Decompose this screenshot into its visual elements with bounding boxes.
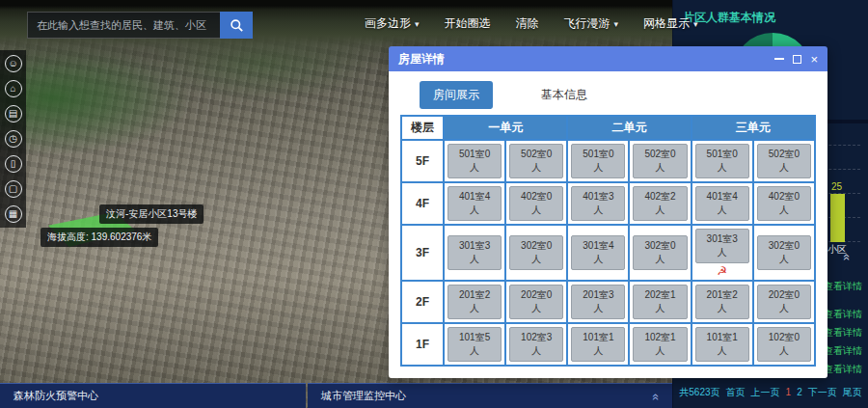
room-button[interactable]: 301室4人	[571, 235, 625, 270]
table-row: 2F201室2人202室0人201室3人202室1人201室2人202室0人	[401, 281, 815, 323]
room-cell: 202室0人	[505, 281, 567, 323]
bottom-bar-city-monitor-center[interactable]: 城市管理监控中心 «	[308, 383, 672, 408]
floor-column-header: 楼层	[401, 116, 444, 140]
room-button[interactable]: 102室1人	[633, 327, 687, 362]
room-button[interactable]: 501室0人	[448, 144, 502, 178]
room-cell: 501室0人	[692, 140, 753, 182]
left-toolbar: ☺⌂▤◷▯▢▦	[0, 50, 26, 228]
room-button[interactable]: 302室0人	[633, 235, 687, 270]
bottom-bar-forest-fire-center[interactable]: 森林防火预警中心	[0, 383, 306, 408]
room-cell: 401室3人	[567, 182, 629, 225]
room-button[interactable]: 502室0人	[509, 144, 563, 178]
room-button[interactable]: 401室3人	[571, 186, 625, 221]
floor-label: 5F	[401, 140, 444, 182]
view-details-link[interactable]: 查看详情	[824, 308, 862, 321]
toolbar-item[interactable]: 网格显示▾	[643, 15, 698, 32]
bottom-bar-label: 森林防火预警中心	[14, 389, 98, 403]
room-button[interactable]: 502室0人	[633, 144, 687, 178]
room-cell: 401室4人	[444, 182, 505, 225]
document-icon[interactable]: ▯	[5, 155, 22, 173]
room-cell: 402室2人	[629, 182, 691, 225]
room-button[interactable]: 301室3人	[448, 235, 502, 270]
grid-icon[interactable]: ▦	[5, 205, 22, 223]
compass-icon[interactable]: ◷	[5, 130, 22, 148]
room-button[interactable]: 302室0人	[509, 235, 563, 270]
room-button[interactable]: 102室3人	[509, 327, 563, 362]
house-detail-modal: 房屋详情 × 房间展示基本信息 楼层一单元二单元三单元5F501室0人502室0…	[389, 46, 827, 378]
pagination-page-1[interactable]: 1	[786, 387, 792, 397]
toolbar-item[interactable]: 画多边形▾	[365, 15, 420, 32]
layers-icon[interactable]: ▤	[5, 105, 22, 122]
toolbar-item-label: 网格显示	[643, 15, 690, 32]
view-details-link[interactable]: 查看详情	[824, 280, 862, 293]
room-button[interactable]: 201室2人	[695, 285, 749, 319]
room-cell: 101室5人	[444, 323, 505, 366]
room-button[interactable]: 101室5人	[448, 327, 502, 362]
room-button[interactable]: 302室0人	[757, 235, 811, 270]
room-cell: 402室0人	[753, 182, 815, 225]
pagination-last[interactable]: 尾页	[843, 387, 862, 397]
room-button[interactable]: 101室1人	[571, 327, 625, 362]
tab-房间展示[interactable]: 房间展示	[420, 81, 493, 109]
home-icon[interactable]: ⌂	[5, 80, 22, 97]
search-icon	[230, 18, 244, 33]
room-cell: 501室0人	[444, 140, 505, 182]
room-button[interactable]: 501室0人	[571, 144, 625, 178]
pagination-next[interactable]: 下一页	[808, 387, 837, 397]
room-button[interactable]: 101室1人	[695, 327, 749, 362]
unit-column-header: 三单元	[692, 116, 815, 140]
room-button[interactable]: 502室0人	[757, 144, 811, 178]
room-button[interactable]: 501室0人	[695, 144, 749, 178]
minimize-icon[interactable]	[774, 58, 784, 60]
room-cell: 101室1人	[692, 323, 753, 366]
search-bar	[27, 12, 253, 39]
caret-down-icon: ▾	[693, 19, 698, 29]
pagination-first[interactable]: 首页	[726, 387, 746, 397]
toolbar-item[interactable]: 清除	[516, 15, 539, 32]
room-button[interactable]: 102室0人	[757, 327, 811, 362]
floor-label: 3F	[401, 225, 444, 281]
modal-title: 房屋详情	[398, 51, 774, 68]
collapse-chevron-icon[interactable]: «	[840, 254, 854, 258]
floor-label: 2F	[401, 281, 444, 323]
room-button[interactable]: 202室1人	[633, 285, 687, 319]
toolbar-item[interactable]: 开始圈选	[445, 15, 491, 32]
room-cell: 102室0人	[753, 323, 815, 366]
close-icon[interactable]: ×	[810, 53, 818, 66]
room-button[interactable]: 402室2人	[633, 186, 687, 221]
toolbar-item[interactable]: 飞行漫游▾	[564, 15, 619, 32]
search-button[interactable]	[220, 12, 253, 39]
user-icon[interactable]: ☺	[5, 55, 22, 72]
view-details-link[interactable]: 查看详情	[824, 326, 862, 340]
room-button[interactable]: 301室3人	[695, 229, 749, 263]
unit-column-header: 二单元	[567, 116, 691, 140]
pagination-page-2[interactable]: 2	[797, 387, 802, 397]
room-cell: 401室4人	[692, 182, 753, 225]
search-input[interactable]	[27, 12, 220, 39]
view-details-link[interactable]: 查看详情	[824, 363, 862, 376]
toolbar-item-label: 开始圈选	[445, 15, 491, 32]
room-button[interactable]: 402室0人	[509, 186, 563, 221]
panel-title: 片区人群基本情况	[673, 0, 868, 30]
window-controls: ×	[774, 53, 818, 66]
room-cell: 302室0人	[505, 225, 567, 281]
tab-基本信息[interactable]: 基本信息	[528, 81, 601, 109]
room-button[interactable]: 401室4人	[695, 186, 749, 221]
maximize-icon[interactable]	[793, 55, 801, 64]
room-button[interactable]: 202室0人	[757, 285, 811, 319]
room-button[interactable]: 202室0人	[509, 285, 563, 319]
room-cell: 201室2人	[444, 281, 505, 323]
pagination-prev[interactable]: 上一页	[751, 387, 780, 397]
frame-icon[interactable]: ▢	[5, 180, 22, 198]
room-cell: 102室1人	[629, 323, 691, 366]
floor-label: 1F	[401, 323, 444, 366]
modal-header[interactable]: 房屋详情 ×	[389, 46, 827, 71]
room-button[interactable]: 401室4人	[448, 186, 502, 221]
room-button[interactable]: 201室2人	[448, 285, 502, 319]
table-row: 4F401室4人402室0人401室3人402室2人401室4人402室0人	[401, 182, 815, 225]
view-details-link[interactable]: 查看详情	[824, 344, 862, 358]
room-button[interactable]: 201室3人	[571, 285, 625, 319]
room-button[interactable]: 402室0人	[757, 186, 811, 221]
expand-chevron-icon[interactable]: «	[649, 394, 664, 398]
modal-body: 房间展示基本信息 楼层一单元二单元三单元5F501室0人502室0人501室0人…	[389, 71, 827, 378]
